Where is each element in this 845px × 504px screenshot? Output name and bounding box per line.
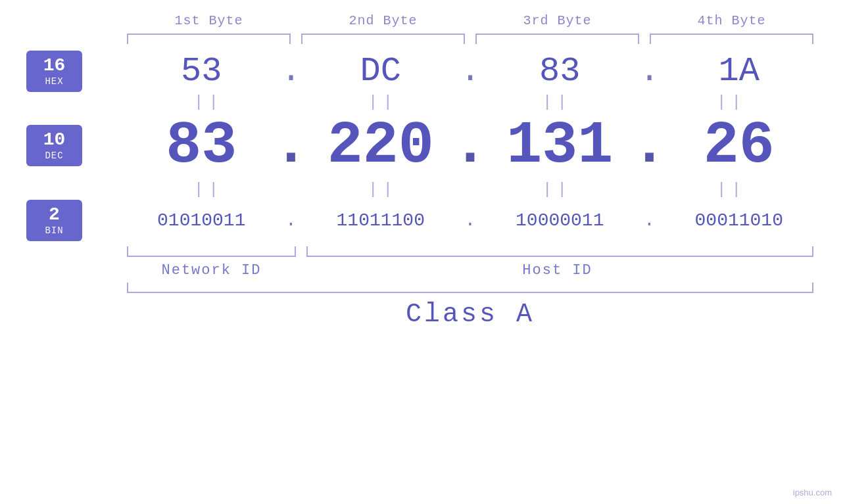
- bin-byte1: 01010011: [122, 210, 281, 231]
- dec-byte4: 26: [660, 112, 819, 179]
- pipe1-b4: ||: [644, 93, 819, 111]
- dec-badge: 10 DEC: [26, 125, 82, 166]
- dec-byte3: 131: [480, 112, 640, 179]
- bin-base-num: 2: [49, 205, 60, 225]
- bracket-top-4: [650, 34, 813, 44]
- bin-byte4: 00011010: [660, 210, 819, 231]
- network-id-label: Network ID: [122, 262, 296, 279]
- hex-byte4: 1A: [660, 52, 819, 91]
- dec-base-num: 10: [43, 130, 66, 150]
- bracket-top-3: [475, 34, 639, 44]
- byte2-header: 2nd Byte: [296, 13, 470, 28]
- bin-dot2: .: [460, 210, 480, 231]
- pipe1-b3: ||: [470, 93, 644, 111]
- bin-byte3: 10000011: [480, 210, 640, 231]
- hex-byte1: 53: [122, 52, 281, 91]
- byte4-header: 4th Byte: [644, 13, 819, 28]
- bin-base-name: BIN: [45, 225, 63, 236]
- bin-dot1: .: [281, 210, 301, 231]
- bracket-network: [127, 246, 296, 257]
- watermark: ipshu.com: [793, 488, 832, 497]
- bin-badge: 2 BIN: [26, 200, 82, 241]
- pipe2-b1: ||: [122, 181, 296, 198]
- outer-bracket: [127, 283, 813, 293]
- dec-byte1: 83: [122, 112, 281, 179]
- hex-dot3: .: [640, 52, 660, 91]
- pipe1-b2: ||: [296, 93, 470, 111]
- dec-base-name: DEC: [45, 150, 63, 161]
- byte3-header: 3rd Byte: [470, 13, 644, 28]
- dec-byte2: 220: [301, 112, 461, 179]
- hex-byte3: 83: [480, 52, 640, 91]
- bin-dot3: .: [640, 210, 660, 231]
- hex-badge: 16 HEX: [26, 51, 82, 92]
- bracket-top-1: [127, 34, 291, 44]
- pipe2-b4: ||: [644, 181, 819, 198]
- hex-base-num: 16: [43, 56, 66, 76]
- hex-byte2: DC: [301, 52, 461, 91]
- hex-base-name: HEX: [45, 76, 63, 87]
- byte1-header: 1st Byte: [122, 13, 296, 28]
- pipe2-b2: ||: [296, 181, 470, 198]
- bin-byte2: 11011100: [301, 210, 461, 231]
- bracket-top-2: [301, 34, 465, 44]
- pipe1-b1: ||: [122, 93, 296, 111]
- hex-dot2: .: [460, 52, 480, 91]
- dec-dot1: .: [281, 116, 301, 175]
- class-label: Class A: [122, 300, 819, 329]
- hex-dot1: .: [281, 52, 301, 91]
- bracket-host: [306, 246, 813, 257]
- dec-dot3: .: [640, 116, 660, 175]
- host-id-label: Host ID: [296, 262, 819, 279]
- pipe2-b3: ||: [470, 181, 644, 198]
- dec-dot2: .: [460, 116, 480, 175]
